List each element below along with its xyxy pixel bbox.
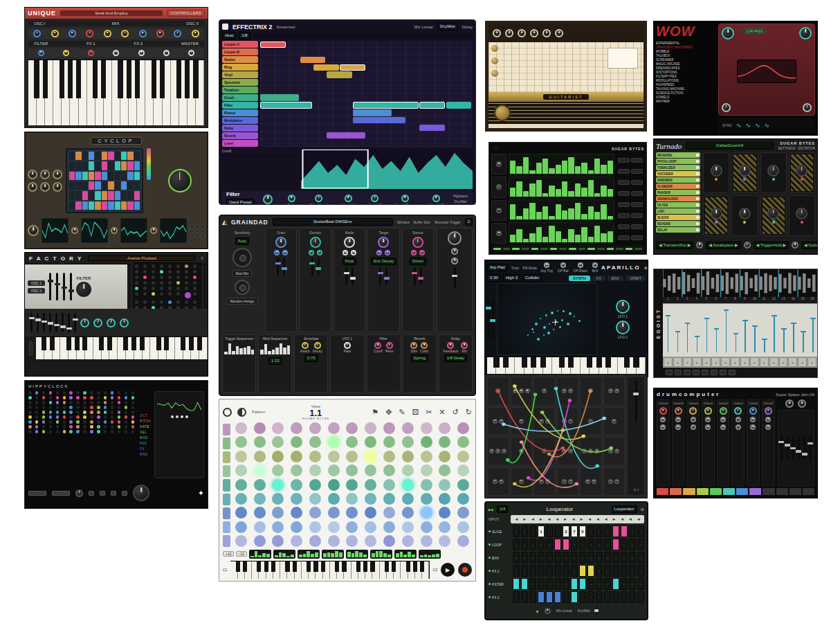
mixer-slider[interactable] xyxy=(803,436,805,460)
slider-cap[interactable] xyxy=(73,318,78,321)
channel-knob[interactable] xyxy=(704,407,712,415)
trigger-dot[interactable] xyxy=(28,401,32,404)
note-circle[interactable] xyxy=(328,521,340,533)
trigger-dot[interactable] xyxy=(83,406,86,409)
note-circle[interactable] xyxy=(309,479,321,491)
black-key[interactable] xyxy=(271,561,275,572)
effect-knob[interactable] xyxy=(767,208,779,219)
slice-pitch-handle[interactable] xyxy=(783,329,785,352)
trigger-dot[interactable] xyxy=(63,401,66,404)
slider-cap[interactable] xyxy=(42,321,47,323)
effect-row-button[interactable]: Ring xyxy=(222,64,258,71)
slice-pitch-handle[interactable] xyxy=(668,316,669,352)
seq-step[interactable] xyxy=(75,152,81,160)
fx-slot-cell[interactable] xyxy=(587,539,594,550)
dry-wet-toggle[interactable]: Dry/Wet xyxy=(437,23,458,30)
trigger-dot[interactable] xyxy=(131,391,135,395)
fx-slot-cell[interactable] xyxy=(529,591,536,603)
matrix-dot[interactable] xyxy=(135,276,138,279)
trigger-dot[interactable] xyxy=(76,430,80,433)
black-key[interactable] xyxy=(50,337,55,350)
matrix-dot[interactable] xyxy=(176,276,180,279)
fx-slot-cell[interactable] xyxy=(629,525,636,537)
step-bar[interactable] xyxy=(542,159,548,174)
trigger-dot[interactable] xyxy=(56,415,60,419)
row-chip[interactable] xyxy=(223,438,230,449)
step-bar[interactable] xyxy=(536,212,542,219)
effect-slot-display[interactable]: ◀ TriggerHold ▶ xyxy=(754,242,789,249)
pattern-button[interactable] xyxy=(618,224,630,229)
black-key[interactable] xyxy=(596,357,602,368)
env-slider[interactable] xyxy=(68,313,70,332)
matrix-dot[interactable] xyxy=(176,264,180,268)
trigger-dot[interactable] xyxy=(90,415,93,419)
module-cell[interactable] xyxy=(533,467,556,496)
trigger-dot[interactable] xyxy=(49,415,53,419)
channel-engine-label[interactable]: Default xyxy=(688,402,699,405)
black-key[interactable] xyxy=(68,60,73,98)
sequencer-lane[interactable] xyxy=(509,199,614,221)
mix-mode-label[interactable]: Mix Linear xyxy=(414,25,433,29)
wow-knob[interactable] xyxy=(799,27,812,39)
effect-row-button[interactable]: Modulation xyxy=(222,117,258,124)
slider-cap[interactable] xyxy=(316,267,321,270)
matrix-dot[interactable] xyxy=(135,264,138,268)
trigger-dot[interactable] xyxy=(104,415,107,419)
black-key[interactable] xyxy=(42,337,46,350)
unique-preset-display[interactable]: Seek And Employ xyxy=(60,10,163,16)
note-circle[interactable] xyxy=(328,451,340,462)
channel-knob[interactable] xyxy=(675,407,682,415)
trigger-dot[interactable] xyxy=(83,391,86,395)
trigger-dot[interactable] xyxy=(83,411,86,414)
channel-engine-label[interactable]: Default xyxy=(702,402,713,405)
trigger-dot[interactable] xyxy=(28,406,32,409)
seq-step[interactable] xyxy=(102,191,107,199)
direction-arrow[interactable]: ◄ xyxy=(513,517,520,521)
black-key[interactable] xyxy=(181,337,185,350)
trigger-dot[interactable] xyxy=(131,406,135,409)
macro-knob[interactable] xyxy=(592,262,598,268)
fx-slot-cell[interactable] xyxy=(538,539,545,550)
fx-slot-cell[interactable] xyxy=(621,578,628,590)
trigger-dot[interactable] xyxy=(69,391,73,395)
slot-toggle[interactable] xyxy=(696,185,699,188)
fx-slot-cell[interactable] xyxy=(521,565,528,577)
step-bar[interactable] xyxy=(594,226,600,242)
note-circle[interactable] xyxy=(328,465,340,476)
seq-step[interactable] xyxy=(115,201,120,210)
page-button-a[interactable] xyxy=(28,491,46,496)
bar[interactable] xyxy=(283,348,286,354)
note-circle[interactable] xyxy=(439,535,450,547)
fx-slot-cell[interactable] xyxy=(604,591,611,603)
fx-slot-cell[interactable] xyxy=(529,539,536,550)
pattern-button[interactable] xyxy=(631,224,643,229)
note-circle[interactable] xyxy=(365,507,376,519)
direction-arrow[interactable]: ◄ xyxy=(602,517,610,521)
fx-slot-cell[interactable] xyxy=(554,565,561,577)
black-key[interactable] xyxy=(34,60,39,98)
pattern-grid[interactable] xyxy=(260,41,473,147)
fx-slot-cell[interactable] xyxy=(521,552,528,564)
trigger-dot[interactable] xyxy=(69,401,73,404)
module-cell[interactable] xyxy=(557,467,579,496)
slice-pitch-handle[interactable] xyxy=(764,339,765,352)
matrix-dot[interactable] xyxy=(160,276,163,279)
sequencer-block[interactable] xyxy=(419,125,445,131)
window-label[interactable]: Window xyxy=(397,220,410,224)
slice-pad[interactable]: ▲ xyxy=(798,357,807,367)
module-knob[interactable] xyxy=(568,449,573,453)
seq-step[interactable] xyxy=(95,161,100,170)
tiny-button[interactable] xyxy=(201,229,205,233)
note-circle[interactable] xyxy=(235,507,247,519)
lane-module[interactable] xyxy=(491,154,506,174)
section-knob[interactable] xyxy=(386,342,393,349)
seq-step[interactable] xyxy=(115,181,120,190)
channel-knob[interactable] xyxy=(720,417,726,422)
modulator-screen[interactable] xyxy=(120,218,147,243)
tiny-button[interactable] xyxy=(190,229,194,233)
module-cell[interactable] xyxy=(557,377,579,406)
env-slider[interactable] xyxy=(30,313,33,332)
note-circle[interactable] xyxy=(309,422,321,434)
fx-slot-cell[interactable] xyxy=(563,591,569,603)
module-knob[interactable] xyxy=(513,388,518,393)
